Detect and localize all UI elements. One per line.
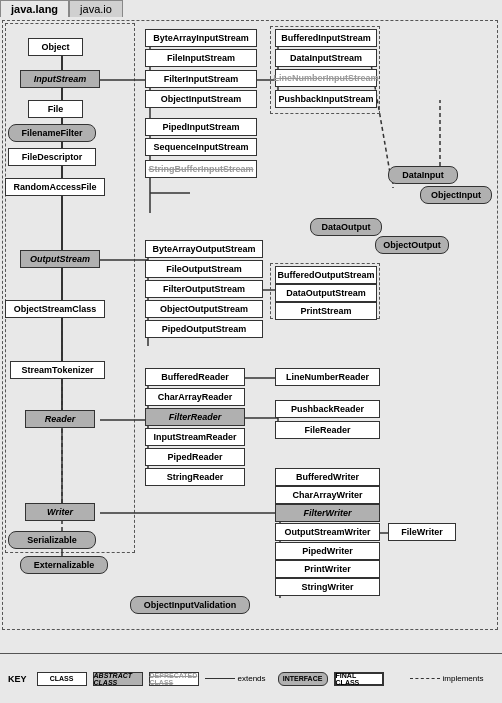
pushbackinputstream-class: PushbackInputStream [275,90,377,108]
main-container: java.lang java.io [0,0,502,703]
filenamefilter-class: FilenameFilter [8,124,96,142]
objectstreamclass-class: ObjectStreamClass [5,300,105,318]
linenumberreader-class: LineNumberReader [275,368,380,386]
tab-java-lang[interactable]: java.lang [0,0,69,17]
bytearrayoutputstream-class: ByteArrayOutputStream [145,240,263,258]
sequenceinputstream-class: SequenceInputStream [145,138,257,156]
implements-line [410,678,440,680]
randomaccessfile-class: RandomAccessFile [5,178,105,196]
fileinputstream-class: FileInputStream [145,49,257,67]
extends-line [205,678,235,680]
pipedinputstream-class: PipedInputStream [145,118,257,136]
filterinputstream-class: FilterInputStream [145,70,257,88]
bufferedwriter-class: BufferedWriter [275,468,380,486]
objectinputstream-class: ObjectInputStream [145,90,257,108]
stringreader-class: StringReader [145,468,245,486]
datainput-interface: DataInput [388,166,458,184]
key-class-box: CLASS [37,672,87,686]
objectoutputstream-class: ObjectOutputStream [145,300,263,318]
extends-label: extends [238,674,266,683]
tabs: java.lang java.io [0,0,123,17]
objectinput-interface: ObjectInput [420,186,492,204]
bufferedreader-class: BufferedReader [145,368,245,386]
pipedwriter-class: PipedWriter [275,542,380,560]
streamtokenizer-class: StreamTokenizer [10,361,105,379]
chararrayreader-class: CharArrayReader [145,388,245,406]
pipedreader-class: PipedReader [145,448,245,466]
diagram: Object InputStream File FilenameFilter F… [0,18,502,653]
key-label: KEY [8,674,27,684]
key-implements-item: implements [410,674,484,683]
key-abstract-item: ABSTRACT CLASS [93,672,143,686]
file-class: File [28,100,83,118]
filedescriptor-class: FileDescriptor [8,148,96,166]
key-finalclass-box: FINAL CLASS [334,672,384,686]
bufferedinputstream-class: BufferedInputStream [275,29,377,47]
filterreader-class: FilterReader [145,408,245,426]
bufferedoutputstream-class: BufferedOutputStream [275,266,377,284]
key-class-item: CLASS [37,672,87,686]
key-section: KEY CLASS ABSTRACT CLASS DEPRECATED CLAS… [0,653,502,703]
objectoutput-interface: ObjectOutput [375,236,449,254]
implements-label: implements [443,674,484,683]
outputstream-class: OutputStream [20,250,100,268]
key-interface-box: INTERFACE [278,672,328,686]
key-deprecated-box: DEPRECATED CLASS [149,672,199,686]
dataoutput-interface: DataOutput [310,218,382,236]
pipedoutputstream-class: PipedOutputStream [145,320,263,338]
pushbackreader-class: PushbackReader [275,400,380,418]
key-abstract-box: ABSTRACT CLASS [93,672,143,686]
objectinputvalidation-class: ObjectInputValidation [130,596,250,614]
externalizable-class: Externalizable [20,556,108,574]
filterwriter-class: FilterWriter [275,504,380,522]
fileoutputstream-class: FileOutputStream [145,260,263,278]
tab-java-io[interactable]: java.io [69,0,123,17]
stringwriter-class: StringWriter [275,578,380,596]
object-class: Object [28,38,83,56]
printstream-class: PrintStream [275,302,377,320]
printwriter-class: PrintWriter [275,560,380,578]
datainputstream-class: DataInputStream [275,49,377,67]
outputstreamwriter-class: OutputStreamWriter [275,523,380,541]
filteroutputstream-class: FilterOutputStream [145,280,263,298]
writer-class: Writer [25,503,95,521]
key-finalclass-item: FINAL CLASS [334,672,384,686]
reader-class: Reader [25,410,95,428]
chararraywriter-class: CharArrayWriter [275,486,380,504]
serializable-class: Serializable [8,531,96,549]
dataoutputstream-class: DataOutputStream [275,284,377,302]
inputstreamreader-class: InputStreamReader [145,428,245,446]
inputstream-class: InputStream [20,70,100,88]
key-extends-item: extends [205,674,266,683]
stringbufferinputstream-class: StringBufferInputStream [145,160,257,178]
filewriter-class: FileWriter [388,523,456,541]
linenumberinputstream-class: LineNumberInputStream [275,69,377,87]
key-deprecated-item: DEPRECATED CLASS [149,672,199,686]
bytearrayinputstream-class: ByteArrayInputStream [145,29,257,47]
key-interface-item: INTERFACE [278,672,328,686]
filereader-class: FileReader [275,421,380,439]
